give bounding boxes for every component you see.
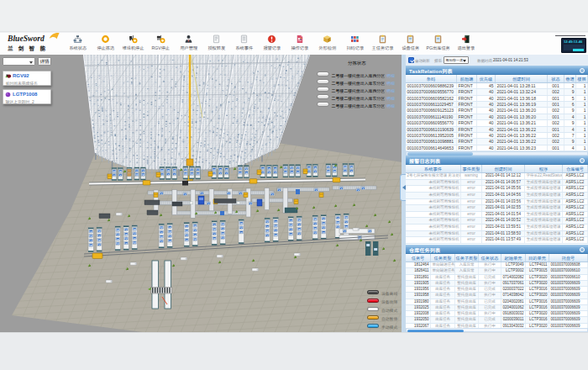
table-cell: 整托盘出库 <box>455 293 479 298</box>
column-header[interactable]: 任务号 <box>406 254 431 262</box>
table-row[interactable]: 00100370006609886239FRONT452021-04-01 13… <box>406 83 588 89</box>
legend-label: 设备故障 <box>381 299 397 304</box>
table-row[interactable]: 未找到可用堆垛机error2021-04-01 14:04:56生成反馈调库位错… <box>406 193 588 199</box>
column-header[interactable]: 起始单元 <box>501 254 526 262</box>
table-menu-icon[interactable] <box>580 247 585 252</box>
column-header[interactable]: 创建时间 <box>482 165 525 172</box>
column-header[interactable]: 程序 <box>525 165 563 172</box>
toolbar-item-user-management[interactable]: 用户管理 <box>175 33 202 55</box>
toolbar-item-operation-records[interactable]: 操作记录 <box>286 33 313 55</box>
column-header[interactable]: 任务子类型 <box>455 254 479 262</box>
auto-refresh-checkbox[interactable] <box>408 57 415 64</box>
table-row[interactable]: 1932050出库任务整托盘出库已完成0200039011LCTP3016001… <box>406 317 588 323</box>
column-header[interactable]: 条码 <box>406 75 457 82</box>
table-row[interactable]: 00100370006614649653FRONT402021-04-01 13… <box>406 145 588 151</box>
table-cell: 1931958 <box>406 293 431 298</box>
toolbar-item-device-tasks[interactable]: 设备任务 <box>396 33 424 55</box>
detail-button[interactable]: 详情 <box>38 57 51 66</box>
table-row[interactable]: 未找到可用堆垛机error2021-04-01 13:57:49生成反馈调库位错… <box>406 237 588 244</box>
column-header[interactable]: 楼层 <box>576 75 588 82</box>
scrollbar-thumb[interactable] <box>407 152 473 156</box>
table-menu-icon[interactable] <box>580 158 585 163</box>
toolbar-item-pg-outbound-tasks[interactable]: PG出库任务 <box>424 33 452 55</box>
column-header[interactable]: 优先级 <box>477 75 496 82</box>
column-header[interactable]: 任务状态 <box>479 254 501 262</box>
table-cell: 已完成 <box>479 299 501 304</box>
table-row[interactable]: 未找到可用堆垛机error2021-04-01 14:03:56生成反馈调库位错… <box>406 199 588 206</box>
horizontal-scrollbar[interactable] <box>406 151 588 156</box>
zone-toggle[interactable] <box>317 102 329 107</box>
toolbar-item-logout[interactable]: 退出登录 <box>452 33 480 55</box>
table-row[interactable]: 00100370006609556770FRONT402021-04-01 13… <box>406 120 588 126</box>
toolbar-item-label: 系统事件 <box>235 45 253 50</box>
column-header[interactable]: 创建时间 <box>496 75 548 82</box>
warehouse-3d-viewport[interactable]: 详情 RGV92 长时间未完成任务 LGTP1008 输送上货超时_2 分拣状态… <box>0 55 402 332</box>
table-row[interactable]: 未找到可用堆垛机error2021-04-01 14:01:54生成反馈调库位错… <box>406 212 588 219</box>
scan-records-icon <box>350 34 360 44</box>
alarm-card[interactable]: RGV92 长时间未完成任务 <box>3 71 51 86</box>
zone-toggle[interactable] <box>317 71 329 77</box>
table-row[interactable]: 未找到可用堆垛机error2021-04-01 14:05:56生成反馈调库位错… <box>406 186 588 193</box>
table-row[interactable]: 1932008出库任务整托盘出库执行中0918003032LCTP3020001… <box>406 311 588 317</box>
zone-detail-link[interactable]: 明细 <box>386 80 395 86</box>
table-row[interactable]: 00100370006610190639FRONT402021-04-01 13… <box>406 127 588 133</box>
column-header[interactable]: 事件类型 <box>461 165 482 172</box>
zone-detail-link[interactable]: 明细 <box>386 87 395 93</box>
zone-toggle[interactable] <box>317 87 329 92</box>
toolbar-item-system-status[interactable]: 系统状态 <box>64 33 92 55</box>
toolbar-item-authorization[interactable]: 授权转发 <box>202 33 230 55</box>
table-row[interactable]: 1932025出库任务整托盘出库已完成0204001062LCTP3016001… <box>406 305 588 311</box>
column-header[interactable]: 状态 <box>548 75 564 82</box>
brand-name-cn: 兰剑智能 <box>8 44 60 52</box>
table-row[interactable]: 2号七层穿梭车报文错误 无法处理warning2021-04-01 14:12:… <box>406 173 588 180</box>
device-filter-select[interactable] <box>3 57 35 66</box>
alarm-card[interactable]: LGTP1008 输送上货超时_2 <box>3 89 51 104</box>
table-cell: 00100370006613952005 <box>406 133 457 138</box>
table-row[interactable]: 未找到可用堆垛机error2021-04-01 13:58:50生成反馈调库位错… <box>406 231 588 238</box>
zone-detail-link[interactable]: 明细 <box>386 72 395 78</box>
table-row[interactable]: 1931958出库任务整托盘出库执行中0714038042LCTP3020001… <box>406 293 588 299</box>
table-row[interactable]: 未找到可用堆垛机error2021-04-01 13:59:51生成反馈调库位错… <box>406 225 588 231</box>
table-row[interactable]: 1826411单向输送任务入库异常执行中LCTP3002LCTP30150010… <box>406 268 588 274</box>
toolbar-item-main-task-records[interactable]: 主任务记录 <box>369 33 396 55</box>
table-row[interactable]: 1931905出库任务整托盘出库执行中0917037061LCTP3020001… <box>406 281 588 287</box>
table-row[interactable]: 00100370006609582162FRONT402021-04-01 13… <box>406 96 588 102</box>
toolbar-item-alarm-records[interactable]: 报警记录 <box>258 33 286 55</box>
table-row[interactable]: 1931891出库任务整托盘出库已完成0714002082LCTP3020001… <box>406 275 588 281</box>
toolbar-item-rgv-stop[interactable]: RGV停止 <box>147 33 175 55</box>
table-row[interactable]: 00100370006611029457FRONT402021-04-01 13… <box>406 102 588 108</box>
mini-monitor-panel[interactable]: 12:49:13-46 <box>561 38 586 53</box>
toolbar-item-scan-records[interactable]: 扫码记录 <box>341 33 369 55</box>
toolbar-item-system-events[interactable]: 系统事件 <box>230 33 258 55</box>
column-header[interactable]: 任务类型 <box>431 254 455 262</box>
table-row[interactable]: 未找到可用堆垛机error2021-04-01 14:02:55生成反馈调库位错… <box>406 205 588 212</box>
table-row[interactable]: 未找到可用堆垛机error2021-04-01 14:00:52生成反馈调库位错… <box>406 218 588 225</box>
column-header[interactable]: 前后端 <box>457 75 477 82</box>
column-header[interactable]: 目的单元 <box>526 254 549 262</box>
table-row[interactable]: 1931956出库任务整托盘出库已完成0200037022LCTP3016001… <box>406 287 588 293</box>
zone-detail-link[interactable]: 明细 <box>386 95 395 101</box>
table-cell: 0200037022 <box>501 287 526 292</box>
column-header[interactable]: 托盘号 <box>549 254 588 262</box>
frequency-select[interactable]: 每30秒一次 <box>444 56 469 64</box>
table-row[interactable]: 1931980出库任务整托盘出库已完成0204002081LCTP3016001… <box>406 299 588 305</box>
zone-detail-link[interactable]: 明细 <box>386 103 395 108</box>
column-header[interactable]: 仓库编号 <box>563 165 588 172</box>
toolbar-item-shape-detection[interactable]: 外形检测 <box>313 33 341 55</box>
table-row[interactable]: 00100370006611140190FRONT402021-04-01 13… <box>406 114 588 120</box>
zone-toggle[interactable] <box>317 94 329 99</box>
table-row[interactable]: 00100370006613952005FRONT402021-04-01 13… <box>406 133 588 139</box>
toolbar-item-stop-picking[interactable]: 停止拣选 <box>92 33 119 55</box>
column-header[interactable]: 巷道 <box>564 75 576 82</box>
table-row[interactable]: 00100370006610098881FRONT402021-04-01 13… <box>406 139 588 145</box>
table-row[interactable]: 1812464单向输送任务入库异常执行中LCTP3049LCTP40110010… <box>406 262 588 268</box>
toolbar-item-stacker-stop[interactable]: 堆垛机停止 <box>119 33 147 55</box>
alarm-card-message: 长时间未完成任务 <box>6 80 38 86</box>
zone-toggle[interactable] <box>317 79 329 84</box>
table-row[interactable]: 00100370006609125123FRONT402021-04-01 13… <box>406 108 588 114</box>
table-cell: 2021-04-01 14:12:12 <box>482 173 525 179</box>
table-row[interactable]: 未找到可用堆垛机error2021-04-01 14:06:57生成反馈调库位错… <box>406 180 588 187</box>
column-header[interactable]: 系统事件 <box>406 165 461 172</box>
table-row[interactable]: 00100370006609556770FRONT402021-04-01 13… <box>406 89 588 95</box>
table-menu-icon[interactable] <box>580 68 585 73</box>
